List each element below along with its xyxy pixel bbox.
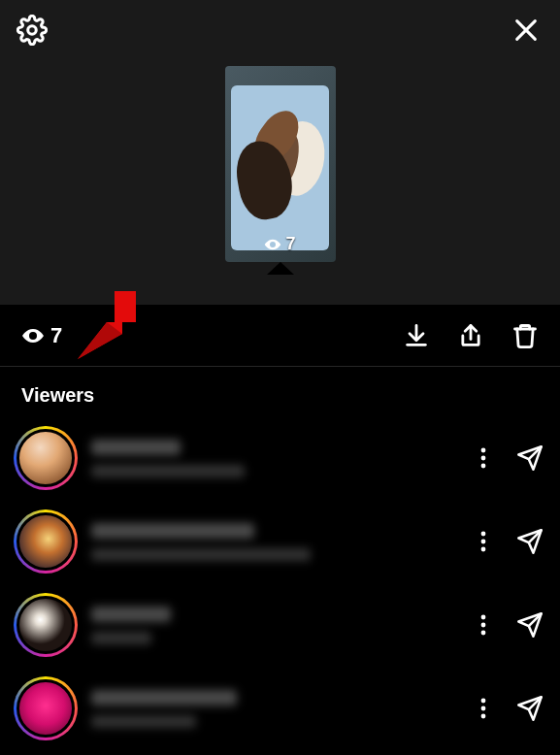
avatar-story-ring[interactable] [14,509,78,574]
close-button[interactable] [510,14,543,47]
thumbnail-view-count: 7 [225,234,336,254]
avatar [16,429,75,487]
download-icon [403,322,430,349]
svg-point-14 [481,615,486,620]
viewer-row[interactable] [14,416,546,500]
more-vertical-icon [480,698,486,719]
svg-point-10 [481,464,486,469]
avatar-story-ring[interactable] [14,676,78,740]
send-icon [516,695,544,722]
avatar-story-ring[interactable] [14,593,78,657]
viewer-subtitle-blurred [91,715,196,728]
send-icon [516,444,544,472]
viewers-list [0,416,560,750]
avatar-story-ring[interactable] [14,426,78,490]
viewer-username-blurred [91,440,181,455]
views-count-button[interactable]: 7 [21,323,62,348]
eye-icon [264,236,281,253]
avatar [16,679,75,738]
viewer-send-button[interactable] [513,692,546,725]
selected-thumbnail-indicator [267,262,294,275]
viewer-more-button[interactable] [467,525,500,558]
svg-point-16 [481,631,486,636]
eye-icon [21,324,45,347]
share-icon [457,322,484,349]
viewer-username-blurred [91,523,254,539]
viewer-row[interactable] [14,583,546,667]
viewer-info [91,523,453,561]
viewer-send-button[interactable] [513,442,546,475]
viewer-subtitle-blurred [91,465,245,477]
svg-point-12 [481,540,486,544]
story-thumbnail[interactable]: 7 [225,66,336,262]
viewer-row[interactable] [14,500,546,583]
svg-point-15 [481,623,486,628]
story-action-bar: 7 [0,305,560,367]
download-button[interactable] [403,322,430,349]
viewer-more-button[interactable] [467,442,500,475]
send-icon [516,611,544,639]
viewer-subtitle-blurred [91,548,311,561]
story-thumbnail-image [225,66,336,262]
viewer-username-blurred [91,607,171,622]
trash-icon [511,322,539,349]
more-vertical-icon [480,614,486,636]
viewer-send-button[interactable] [513,525,546,558]
viewer-info [91,607,453,644]
more-vertical-icon [480,531,486,552]
close-icon [512,16,540,44]
viewer-username-blurred [91,690,237,706]
viewer-subtitle-blurred [91,632,151,644]
more-vertical-icon [480,447,486,469]
views-count-value: 7 [50,323,62,348]
send-icon [516,528,544,555]
svg-point-0 [28,26,37,35]
story-preview-area: 7 [0,0,560,305]
viewer-info [91,440,453,477]
svg-point-9 [481,456,486,461]
avatar [16,512,75,571]
svg-point-13 [481,547,486,552]
share-button[interactable] [457,322,484,349]
gear-icon [16,15,48,46]
svg-point-18 [481,706,486,711]
settings-button[interactable] [16,14,49,47]
svg-point-17 [481,699,486,704]
thumbnail-view-count-value: 7 [285,234,295,254]
avatar [16,596,75,654]
viewers-section-title: Viewers [0,367,560,416]
viewer-more-button[interactable] [467,608,500,641]
viewer-row[interactable] [14,667,546,750]
viewer-info [91,690,453,728]
viewer-send-button[interactable] [513,608,546,641]
viewer-more-button[interactable] [467,692,500,725]
svg-marker-4 [78,322,122,359]
delete-button[interactable] [511,322,539,349]
svg-point-8 [481,448,486,453]
svg-point-11 [481,532,486,537]
svg-point-19 [481,714,486,719]
